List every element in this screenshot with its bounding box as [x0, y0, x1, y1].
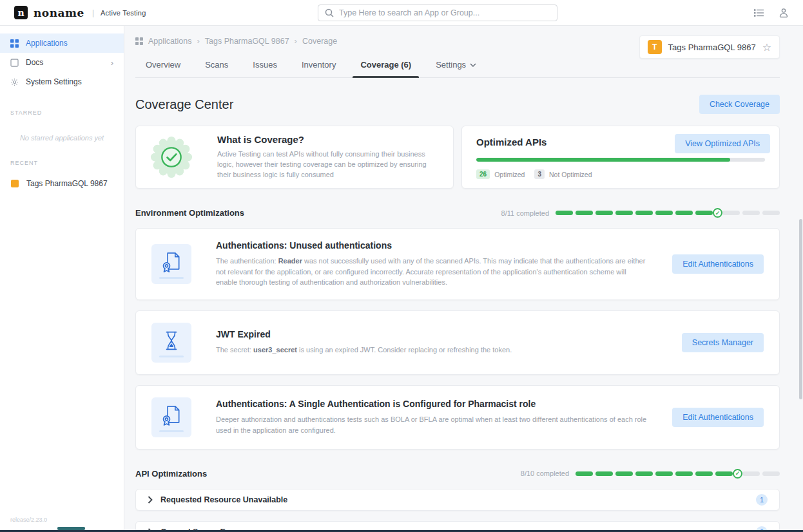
- card-title: What is Coverage?: [217, 134, 439, 145]
- completed-label: 8/11 completed: [501, 209, 549, 217]
- menu-list-icon[interactable]: [754, 8, 764, 17]
- product-name: Active Testing: [101, 9, 146, 17]
- tab-scans[interactable]: Scans: [195, 55, 238, 77]
- grid-icon: [10, 39, 19, 48]
- sidebar: Applications Docs › System Settings STAR…: [0, 26, 124, 532]
- progress-segment: [576, 211, 593, 215]
- progress-segment: [635, 211, 653, 215]
- progress-segment: [722, 211, 740, 215]
- progress-segment: [762, 471, 780, 476]
- card-body: The authentication: Reader was not succe…: [216, 256, 648, 288]
- progress-segment: [715, 471, 733, 476]
- progress-segment: [695, 471, 713, 476]
- tab-inventory[interactable]: Inventory: [291, 55, 346, 77]
- card-body: Deeper authorization and authentications…: [216, 414, 648, 435]
- chevron-right-icon: ›: [197, 36, 199, 46]
- not-optimized-count-badge: 3: [534, 169, 545, 179]
- accordion-title: Requested Resource Unavailable: [160, 495, 756, 504]
- sidebar-item-system-settings[interactable]: System Settings: [0, 72, 124, 91]
- breadcrumb-item-applications[interactable]: Applications: [148, 37, 191, 46]
- optimized-label: Optimized: [494, 171, 525, 178]
- progress-check-icon: ✓: [713, 208, 722, 218]
- check-coverage-button[interactable]: Check Coverage: [699, 95, 780, 114]
- view-optimized-apis-button[interactable]: View Optimized APIs: [675, 134, 770, 153]
- accordion-requested-resource-unavailable[interactable]: Requested Resource Unavailable 1: [135, 489, 780, 511]
- breadcrumb-item-app[interactable]: Tags PharmaGQL 9867: [205, 37, 289, 46]
- api-progress-bar: ✓: [576, 469, 780, 479]
- sidebar-item-docs[interactable]: Docs ›: [0, 53, 124, 72]
- breadcrumb-item-coverage: Coverage: [302, 37, 337, 46]
- progress-segment: [675, 471, 693, 476]
- optimization-card-unused-authentications: Authentications: Unused authentications …: [135, 228, 780, 300]
- tab-issues[interactable]: Issues: [242, 55, 287, 77]
- card-body: Active Testing can test APIs without ful…: [217, 149, 439, 180]
- optimized-count-badge: 26: [476, 169, 490, 179]
- card-body: The secret: user3_secret is using an exp…: [216, 345, 657, 356]
- chevron-right-icon: ›: [295, 36, 297, 46]
- release-version: release/2.23.0: [10, 517, 47, 523]
- tab-overview[interactable]: Overview: [135, 55, 191, 77]
- card-title: Authentications: A Single Authentication…: [216, 399, 648, 409]
- environment-progress-bar: ✓: [556, 208, 780, 218]
- sidebar-item-applications[interactable]: Applications: [0, 33, 124, 53]
- progress-segment: [742, 211, 760, 215]
- page-title: Coverage Center: [135, 97, 233, 112]
- current-app-badge[interactable]: T Tags PharmaGQL 9867 ☆: [639, 35, 780, 59]
- progress-segment: [595, 211, 613, 215]
- hourglass-icon: [151, 323, 191, 363]
- brand-wordmark: noname: [34, 6, 84, 19]
- sidebar-item-label: Docs: [26, 58, 111, 67]
- section-title-environment-optimizations: Environment Optimizations: [135, 208, 244, 218]
- chevron-down-icon: [470, 63, 476, 67]
- tab-settings[interactable]: Settings: [425, 55, 487, 77]
- not-optimized-label: Not Optimized: [549, 171, 592, 178]
- search-input[interactable]: [339, 8, 550, 17]
- progress-segment: [762, 211, 780, 215]
- chevron-right-icon: ›: [111, 58, 113, 68]
- optimized-progress-track: [476, 158, 765, 162]
- progress-segment: [635, 471, 653, 476]
- global-search[interactable]: [318, 5, 557, 21]
- section-title-api-optimizations: API Optimizations: [135, 469, 207, 479]
- card-title: JWT Expired: [216, 329, 657, 339]
- main-content: Applications › Tags PharmaGQL 9867 › Cov…: [124, 26, 803, 532]
- certificate-icon: [151, 397, 191, 437]
- chevron-right-icon[interactable]: [148, 496, 153, 504]
- progress-segment: [655, 471, 673, 476]
- progress-segment: [655, 211, 673, 215]
- secrets-manager-button[interactable]: Secrets Manager: [682, 333, 764, 352]
- coverage-badge-icon: [150, 136, 193, 178]
- sidebar-item-label: System Settings: [26, 77, 113, 86]
- search-icon: [325, 8, 334, 17]
- star-icon[interactable]: ☆: [762, 41, 771, 53]
- starred-empty-text: No starred applications yet: [0, 134, 124, 142]
- top-header: n noname | Active Testing: [0, 0, 803, 26]
- progress-segment: [695, 211, 713, 215]
- optimization-card-jwt-expired: JWT Expired The secret: user3_secret is …: [135, 310, 780, 375]
- recent-section-label: RECENT: [10, 160, 124, 166]
- progress-segment: [615, 471, 633, 476]
- completed-label: 8/10 completed: [521, 470, 569, 477]
- card-title: Authentications: Unused authentications: [216, 240, 648, 251]
- sidebar-recent-app[interactable]: Tags PharmaGQL 9867: [11, 179, 124, 188]
- sidebar-item-label: Applications: [26, 39, 113, 48]
- brand-divider: |: [92, 8, 94, 17]
- document-icon: [10, 59, 19, 67]
- vertical-scrollbar-thumb[interactable]: [799, 219, 802, 399]
- progress-segment: [556, 211, 573, 215]
- progress-segment: [595, 471, 613, 476]
- tab-coverage[interactable]: Coverage (6): [350, 55, 421, 77]
- edit-authentications-button[interactable]: Edit Authentications: [672, 254, 764, 274]
- progress-segment: [615, 211, 633, 215]
- grid-icon: [135, 37, 143, 45]
- noname-logo-icon: n: [14, 6, 28, 19]
- optimized-apis-card: Optimized APIs View Optimized APIs 26 Op…: [461, 126, 780, 189]
- optimization-card-single-authentication: Authentications: A Single Authentication…: [135, 385, 780, 450]
- certificate-icon: [151, 244, 191, 284]
- app-name: Tags PharmaGQL 9867: [668, 43, 756, 52]
- gear-icon: [10, 78, 19, 86]
- starred-section-label: STARRED: [10, 109, 124, 116]
- user-icon[interactable]: [779, 8, 789, 18]
- progress-check-icon: ✓: [733, 469, 742, 479]
- edit-authentications-button[interactable]: Edit Authentications: [672, 408, 764, 427]
